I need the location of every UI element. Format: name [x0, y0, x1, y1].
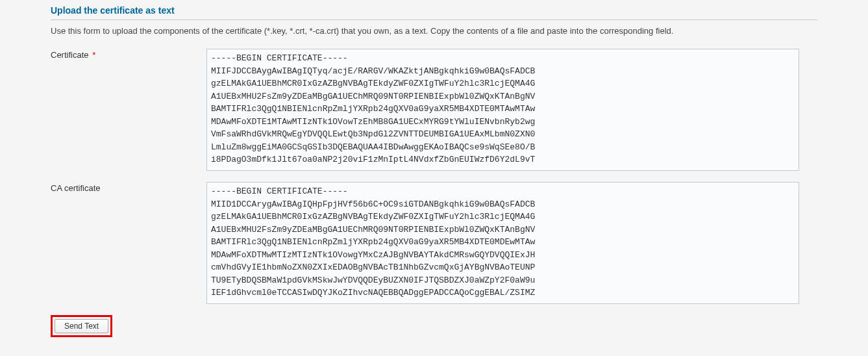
ca-certificate-label: CA certificate [51, 182, 206, 193]
section-title: Upload the certificate as text [51, 5, 817, 20]
ca-certificate-textarea[interactable] [206, 182, 799, 304]
required-marker: * [92, 50, 95, 60]
certificate-label: Certificate * [51, 49, 206, 60]
section-description: Use this form to upload the components o… [51, 25, 817, 37]
certificate-input-wrap [206, 49, 817, 173]
ca-certificate-input-wrap [206, 182, 817, 306]
button-row: Send Text [51, 315, 817, 337]
send-button-highlight: Send Text [51, 315, 112, 337]
send-text-button[interactable]: Send Text [55, 319, 108, 333]
certificate-row: Certificate * [51, 49, 817, 173]
certificate-textarea[interactable] [206, 49, 799, 171]
upload-cert-text-section: Upload the certificate as text Use this … [0, 0, 868, 344]
ca-certificate-row: CA certificate [51, 182, 817, 306]
certificate-label-text: Certificate [51, 50, 89, 60]
